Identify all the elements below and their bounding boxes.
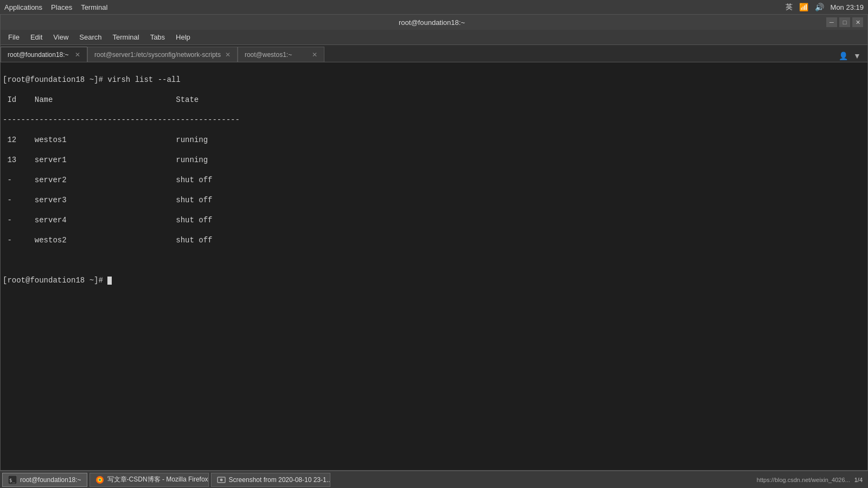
table-divider: ----------------------------------------… — [3, 114, 865, 126]
menu-help[interactable]: Help — [170, 31, 196, 43]
taskbar-firefox-label: 写文章-CSDN博客 - Mozilla Firefox — [107, 475, 208, 484]
minimize-button[interactable]: ─ — [826, 17, 837, 27]
locale-indicator: 英 — [786, 2, 793, 12]
places-menu[interactable]: Places — [51, 3, 72, 11]
menu-tabs[interactable]: Tabs — [145, 31, 170, 43]
table-row-3: - server3 shut off — [3, 195, 865, 206]
menu-bar: File Edit View Search Terminal Tabs Help — [1, 30, 867, 45]
taskbar-screenshot[interactable]: Screenshot from 2020-08-10 23-1... — [211, 473, 330, 487]
wifi-icon: 📶 — [799, 3, 808, 11]
table-row-2: - server2 shut off — [3, 175, 865, 186]
menu-search[interactable]: Search — [74, 31, 107, 43]
table-row-5: - westos2 shut off — [3, 235, 865, 246]
firefox-icon — [95, 476, 104, 484]
terminal-content[interactable]: [root@foundation18 ~]# virsh list --all … — [1, 62, 867, 470]
applications-menu[interactable]: Applications — [4, 3, 42, 11]
tab-dropdown-icon[interactable]: ▼ — [851, 50, 863, 62]
tab-server1[interactable]: root@server1:/etc/sysconfig/network-scri… — [87, 47, 238, 62]
table-row-1: 13 server1 running — [3, 155, 865, 166]
system-bar-right: 英 📶 🔊 Mon 23:19 — [786, 2, 864, 12]
tab-extra-controls: 👤 ▼ — [833, 50, 867, 62]
svg-point-4 — [99, 479, 101, 481]
tab-foundation18[interactable]: root@foundation18:~ ✕ — [1, 47, 87, 62]
tab-close-server1[interactable]: ✕ — [225, 51, 231, 59]
tab-label-foundation18: root@foundation18:~ — [8, 51, 69, 59]
window-title: root@foundation18:~ — [37, 18, 826, 27]
maximize-button[interactable]: □ — [839, 17, 850, 27]
tab-close-westos1[interactable]: ✕ — [312, 51, 317, 59]
terminal-window: root@foundation18:~ ─ □ ✕ File Edit View… — [0, 14, 868, 471]
taskbar: $_ root@foundation18:~ 写文章-CSDN博客 - Mozi… — [0, 471, 868, 488]
tab-label-server1: root@server1:/etc/sysconfig/network-scri… — [94, 51, 221, 59]
tab-bar: root@foundation18:~ ✕ root@server1:/etc/… — [1, 45, 867, 62]
taskbar-right: https://blog.csdn.net/weixin_4026... 1/4 — [757, 477, 866, 483]
blank-line — [3, 255, 865, 266]
system-bar: Applications Places Terminal 英 📶 🔊 Mon 2… — [0, 0, 868, 14]
tab-westos1[interactable]: root@westos1:~ ✕ — [238, 47, 324, 62]
tab-user-icon[interactable]: 👤 — [837, 50, 849, 62]
table-row-4: - server4 shut off — [3, 215, 865, 226]
title-bar: root@foundation18:~ ─ □ ✕ — [1, 15, 867, 30]
taskbar-url: https://blog.csdn.net/weixin_4026... — [757, 477, 850, 483]
table-header: Id Name State — [3, 94, 865, 106]
menu-terminal[interactable]: Terminal — [107, 31, 145, 43]
tab-close-foundation18[interactable]: ✕ — [75, 51, 80, 59]
svg-point-6 — [220, 478, 222, 481]
command-line: [root@foundation18 ~]# virsh list --all — [3, 74, 865, 86]
terminal-menu[interactable]: Terminal — [81, 3, 107, 11]
svg-text:$_: $_ — [9, 478, 15, 483]
table-row-0: 12 westos1 running — [3, 134, 865, 146]
volume-icon: 🔊 — [815, 3, 824, 11]
title-bar-controls: ─ □ ✕ — [826, 17, 863, 27]
taskbar-terminal-label: root@foundation18:~ — [20, 476, 81, 484]
screenshot-icon — [217, 476, 226, 484]
close-button[interactable]: ✕ — [852, 17, 863, 27]
terminal-cursor — [107, 277, 112, 285]
terminal-icon: $_ — [8, 476, 17, 484]
menu-edit[interactable]: Edit — [25, 31, 48, 43]
taskbar-firefox[interactable]: 写文章-CSDN博客 - Mozilla Firefox — [90, 473, 209, 487]
prompt-line: [root@foundation18 ~]# — [3, 275, 865, 286]
tab-label-westos1: root@westos1:~ — [245, 51, 292, 59]
menu-view[interactable]: View — [48, 31, 74, 43]
taskbar-terminal[interactable]: $_ root@foundation18:~ — [2, 473, 87, 487]
taskbar-page-num: 1/4 — [854, 477, 863, 483]
taskbar-screenshot-label: Screenshot from 2020-08-10 23-1... — [229, 476, 330, 484]
datetime-display: Mon 23:19 — [831, 3, 864, 11]
system-bar-left: Applications Places Terminal — [4, 3, 107, 11]
menu-file[interactable]: File — [3, 31, 25, 43]
